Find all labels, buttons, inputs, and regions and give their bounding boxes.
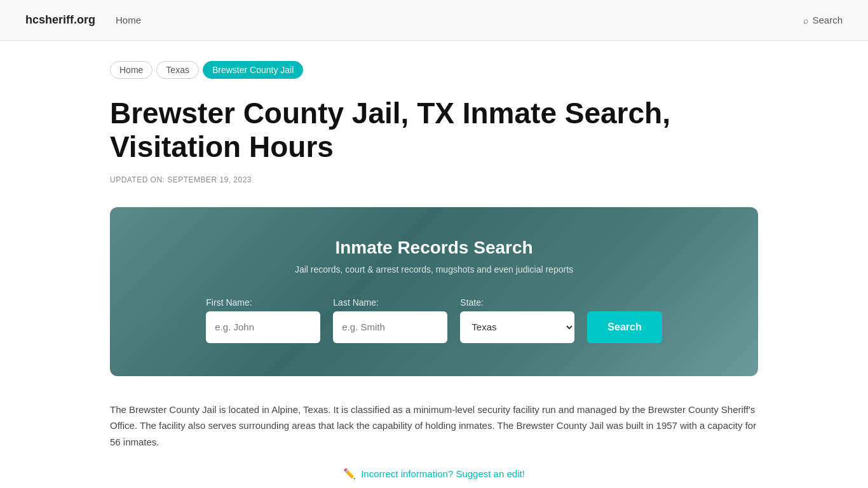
- site-header: hcsheriff.org Home ⌕ Search: [0, 0, 868, 41]
- main-content: Home Texas Brewster County Jail Brewster…: [85, 41, 783, 488]
- edit-icon: ✏️: [343, 468, 356, 480]
- last-name-group: Last Name:: [333, 297, 447, 343]
- breadcrumb: Home Texas Brewster County Jail: [110, 61, 758, 79]
- inmate-search-form: First Name: Last Name: State: AlabamaAla…: [135, 297, 733, 343]
- nav-home-link[interactable]: Home: [116, 15, 141, 25]
- jail-description: The Brewster County Jail is located in A…: [110, 402, 758, 451]
- last-name-input[interactable]: [333, 311, 447, 343]
- breadcrumb-home[interactable]: Home: [110, 61, 153, 79]
- state-group: State: AlabamaAlaskaArizonaArkansasCalif…: [460, 297, 574, 343]
- first-name-input[interactable]: [206, 311, 320, 343]
- header-search-label: Search: [812, 15, 843, 25]
- header-search-button[interactable]: ⌕ Search: [803, 15, 843, 25]
- last-name-label: Last Name:: [333, 297, 379, 308]
- first-name-label: First Name:: [206, 297, 252, 308]
- suggest-edit-label: Incorrect information? Suggest an edit!: [361, 468, 525, 479]
- site-logo[interactable]: hcsheriff.org: [25, 13, 95, 27]
- header-left: hcsheriff.org Home: [25, 13, 141, 27]
- suggest-edit-link[interactable]: ✏️ Incorrect information? Suggest an edi…: [110, 468, 758, 480]
- inmate-search-card: Inmate Records Search Jail records, cour…: [110, 207, 758, 376]
- updated-on: UPDATED ON: SEPTEMBER 19, 2023: [110, 175, 758, 184]
- page-title: Brewster County Jail, TX Inmate Search, …: [110, 97, 758, 164]
- search-button[interactable]: Search: [587, 311, 661, 343]
- breadcrumb-texas[interactable]: Texas: [156, 61, 199, 79]
- first-name-group: First Name:: [206, 297, 320, 343]
- breadcrumb-current[interactable]: Brewster County Jail: [203, 61, 303, 79]
- search-card-title: Inmate Records Search: [135, 238, 733, 258]
- search-icon: ⌕: [803, 15, 808, 25]
- state-label: State:: [460, 297, 484, 308]
- search-card-subtitle: Jail records, court & arrest records, mu…: [135, 264, 733, 274]
- state-select[interactable]: AlabamaAlaskaArizonaArkansasCaliforniaCo…: [460, 311, 574, 343]
